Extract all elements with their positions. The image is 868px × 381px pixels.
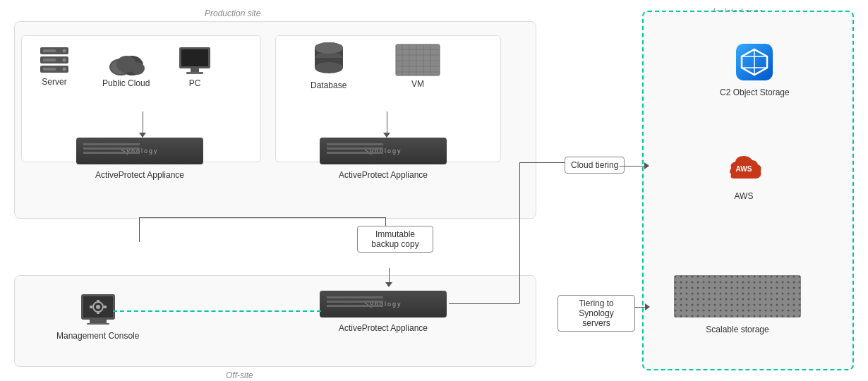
svg-point-13 xyxy=(116,56,136,73)
cloud-tiering-text: Cloud tiering xyxy=(571,160,618,170)
aws-label: AWS xyxy=(735,191,754,201)
c2-storage-label: C2 Object Storage xyxy=(720,87,790,97)
appliance1-label: ActiveProtect Appliance xyxy=(95,170,184,180)
vline-main xyxy=(519,162,520,303)
database-label: Database xyxy=(311,80,346,90)
pc-icon xyxy=(178,46,212,75)
svg-rect-38 xyxy=(87,323,109,325)
svg-rect-6 xyxy=(43,49,56,52)
pc-label: PC xyxy=(189,78,201,88)
svg-rect-24 xyxy=(396,44,440,75)
immutable-backup-label: Immutable backup copy xyxy=(357,226,433,253)
svg-point-40 xyxy=(96,305,100,309)
svg-rect-42 xyxy=(97,311,100,314)
appliance1-device: Synology xyxy=(76,138,203,164)
vm-label: VM xyxy=(411,79,424,89)
scalable-storage-label: Scalable storage xyxy=(706,325,768,334)
vm-icon xyxy=(395,44,440,76)
mgmt-console-label: Management Console xyxy=(56,331,139,341)
server-group: Server xyxy=(39,46,70,87)
cloud-icon xyxy=(107,46,146,75)
offsite-label: Off-site xyxy=(226,370,253,380)
aws-icon: AWS xyxy=(725,152,762,186)
svg-rect-7 xyxy=(43,59,56,61)
arrow-right-cloud xyxy=(620,162,649,169)
svg-point-4 xyxy=(63,59,66,62)
pc-group: PC xyxy=(178,46,212,88)
hline-cloud-tiering xyxy=(519,162,565,163)
scalable-storage-group: Scalable storage xyxy=(674,275,801,334)
aws-group: AWS AWS xyxy=(725,152,762,201)
svg-rect-52 xyxy=(674,275,801,318)
database-group: Database xyxy=(311,41,346,90)
arrow-right-tiering xyxy=(635,303,650,310)
svg-rect-8 xyxy=(43,68,56,71)
svg-rect-15 xyxy=(181,49,208,66)
tiering-synology-text: Tiering to Synology servers xyxy=(579,298,614,328)
mgmt-console-group: Management Console xyxy=(56,293,139,341)
server-label: Server xyxy=(42,77,66,87)
appliance2-device: Synology xyxy=(320,138,447,164)
diagram-container: Production site Off-site Isolated zone S… xyxy=(0,0,868,381)
public-cloud-label: Public Cloud xyxy=(102,78,150,88)
public-cloud-group: Public Cloud xyxy=(102,46,150,88)
appliance3-label: ActiveProtect Appliance xyxy=(339,323,428,333)
management-console-icon xyxy=(80,293,116,325)
arrow-down-3 xyxy=(385,268,392,287)
arrow-down-1 xyxy=(139,111,146,138)
arrow-down-2 xyxy=(383,111,390,138)
appliance3-group: Synology ActiveProtect Appliance xyxy=(320,291,447,333)
vline-left xyxy=(139,217,140,242)
svg-point-22 xyxy=(315,62,343,73)
cloud-tiering-box: Cloud tiering xyxy=(565,157,625,174)
production-site-label: Production site xyxy=(205,8,260,18)
vm-group: VM xyxy=(395,44,440,89)
svg-rect-17 xyxy=(186,72,203,74)
appliance2-group: Synology ActiveProtect Appliance xyxy=(320,138,447,180)
svg-rect-16 xyxy=(191,68,199,72)
c2-storage-group: C2 Object Storage xyxy=(720,42,790,97)
synology-logo-1: Synology xyxy=(121,147,158,155)
svg-rect-41 xyxy=(97,300,100,303)
hline-top xyxy=(139,217,386,218)
svg-rect-37 xyxy=(90,320,107,323)
appliance1-group: Synology ActiveProtect Appliance xyxy=(76,138,203,180)
hline-to-tiering xyxy=(449,303,519,304)
svg-rect-43 xyxy=(90,306,92,308)
svg-text:AWS: AWS xyxy=(736,165,752,173)
svg-rect-44 xyxy=(104,306,107,308)
svg-point-23 xyxy=(315,42,343,54)
database-icon xyxy=(311,41,346,78)
tiering-synology-box: Tiering to Synology servers xyxy=(557,295,635,332)
svg-point-3 xyxy=(63,49,66,53)
appliance3-device: Synology xyxy=(320,291,447,318)
dashed-connection xyxy=(113,310,321,312)
c2-storage-icon xyxy=(735,42,774,82)
synology-logo-3: Synology xyxy=(364,301,402,308)
server-icon xyxy=(39,46,70,74)
immutable-backup-text: Immutable backup copy xyxy=(371,229,418,249)
svg-point-5 xyxy=(63,68,66,71)
scalable-storage-device xyxy=(674,275,801,318)
synology-logo-2: Synology xyxy=(364,147,402,155)
appliance2-label: ActiveProtect Appliance xyxy=(339,170,428,180)
